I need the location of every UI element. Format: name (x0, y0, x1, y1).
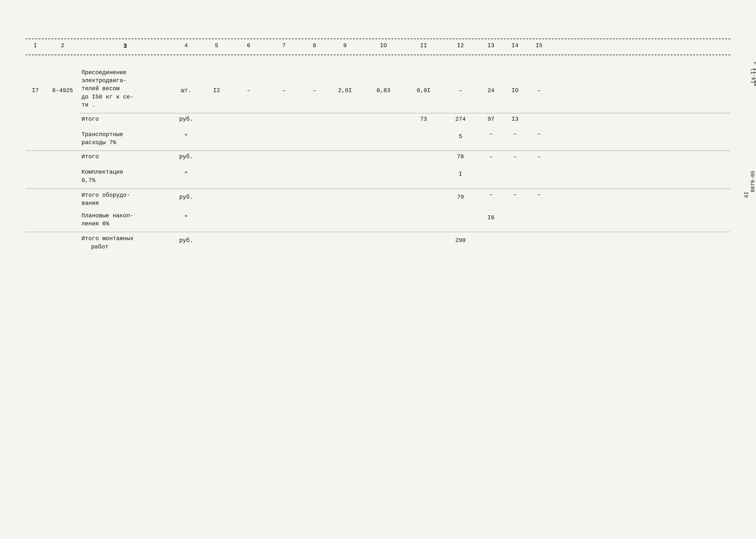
col-header-9: 9 (327, 42, 363, 49)
cell-itogo2-unit: руб. (170, 153, 202, 161)
cell-itogo1-c2 (45, 115, 80, 116)
side-label-3: 6I (744, 192, 750, 198)
col-header-11: II (404, 42, 443, 49)
cell-itogo1-c12: 274 (443, 115, 478, 123)
cell-itogoob-c15: – (526, 191, 552, 198)
cell-row1-c8: – (302, 68, 327, 94)
cell-itogoob-unit: руб. (170, 191, 202, 201)
col-header-3: 3 (80, 42, 170, 50)
cell-itogomont-unit: руб. (170, 234, 202, 244)
cell-itogo2-c13: – (478, 153, 504, 161)
cell-itogo1-c13: 97 (478, 115, 504, 123)
cell-transport-c11 (404, 130, 443, 131)
cell-itogomont-c11 (404, 234, 443, 235)
cell-itogo2-c2 (45, 153, 80, 154)
cell-plan-c2 (45, 211, 80, 212)
cell-row1-desc: Присоединение электродвига- телей весом … (80, 68, 170, 110)
cell-row1-c5: I2 (202, 68, 231, 94)
table-row: Комплектация 0,7% " I (26, 168, 730, 185)
cell-transport-c14: – (504, 130, 526, 138)
cell-itogoob-desc: Итого оборудо- вания (80, 191, 170, 208)
cell-transport-c13: – (478, 130, 504, 138)
cell-itogomont-c12: 290 (443, 234, 478, 244)
table-row: Транспортные расходы 7% " 5 – – – (26, 130, 730, 147)
cell-kompl-c12: I (443, 168, 478, 178)
cell-itogomont-c13 (478, 234, 504, 235)
cell-itogo1-c7 (266, 115, 302, 116)
cell-plan-unit: " (170, 211, 202, 221)
cell-transport-desc: Транспортные расходы 7% (80, 130, 170, 147)
cell-kompl-c11 (404, 168, 443, 169)
col-header-12: I2 (443, 42, 478, 49)
cell-kompl-c2 (45, 168, 80, 169)
cell-itogoob-c2 (45, 191, 80, 192)
cell-row1-unit: шт. (170, 68, 202, 94)
cell-itogo1-c8 (302, 115, 327, 116)
cell-itogomont-c6 (231, 234, 266, 235)
col-header-10: IO (363, 42, 404, 49)
cell-kompl-c1 (26, 168, 45, 169)
cell-itogo2-c9 (327, 153, 363, 154)
cell-plan-c11 (404, 211, 443, 212)
cell-row1-c14: IO (504, 68, 526, 94)
col-header-8: 8 (302, 42, 327, 49)
separator-1 (80, 113, 730, 113)
separator-4 (26, 232, 730, 232)
col-header-4: 4 (170, 42, 202, 49)
col-header-2: 2 (45, 42, 80, 49)
cell-plan-c10 (363, 211, 404, 212)
cell-plan-c12 (443, 211, 478, 212)
cell-itogo2-c10 (363, 153, 404, 154)
cell-itogoob-c7 (266, 191, 302, 192)
table-row: Итого монтажных работ руб. 290 (26, 234, 730, 251)
cell-transport-c1 (26, 130, 45, 131)
cell-itogoob-c10 (363, 191, 404, 192)
cell-kompl-c10 (363, 168, 404, 169)
cell-transport-c2 (45, 130, 80, 131)
col-header-13: I3 (478, 42, 504, 49)
cell-plan-c6 (231, 211, 266, 212)
separator-2 (26, 151, 730, 151)
cell-kompl-c7 (266, 168, 302, 169)
cell-kompl-c13 (478, 168, 504, 169)
cell-itogo1-c6 (231, 115, 266, 116)
cell-transport-c9 (327, 130, 363, 131)
table-row: Итого руб. 73 274 97 I3 80I-II-3 (26, 115, 730, 127)
cell-kompl-unit: " (170, 168, 202, 178)
cell-transport-c10 (363, 130, 404, 131)
cell-transport-c6 (231, 130, 266, 131)
cell-row1-c13: 24 (478, 68, 504, 94)
cell-itogomont-c7 (266, 234, 302, 235)
cell-plan-c14 (504, 211, 526, 212)
cell-itogo2-c11 (404, 153, 443, 154)
cell-plan-c5 (202, 211, 231, 212)
cell-row1-c15: – (526, 68, 552, 94)
cell-itogoob-c9 (327, 191, 363, 192)
cell-itogoob-c12: 79 (443, 191, 478, 201)
separator-3 (26, 189, 730, 189)
cell-itogomont-c8 (302, 234, 327, 235)
cell-itogomont-desc: Итого монтажных работ (80, 234, 170, 251)
cell-row1-c10: 0,83 (363, 68, 404, 94)
cell-itogoob-c6 (231, 191, 266, 192)
cell-kompl-c6 (231, 168, 266, 169)
cell-itogomont-c1 (26, 234, 45, 235)
cell-plan-c15 (526, 211, 552, 212)
cell-plan-c8 (302, 211, 327, 212)
cell-itogo2-c15: – (526, 153, 552, 161)
col-header-6: 6 (231, 42, 266, 49)
cell-itogo1-c10 (363, 115, 404, 116)
cell-itogo1-c11: 73 (404, 115, 443, 123)
cell-itogo1-c1 (26, 115, 45, 116)
cell-kompl-c9 (327, 168, 363, 169)
cell-kompl-desc: Комплектация 0,7% (80, 168, 170, 185)
cell-itogomont-c10 (363, 234, 404, 235)
cell-itogoob-c14: – (504, 191, 526, 198)
table-row: Итого оборудо- вания руб. 79 – – – 8079-… (26, 191, 730, 208)
cell-itogo2-c7 (266, 153, 302, 154)
cell-plan-c1 (26, 211, 45, 212)
cell-transport-c12: 5 (443, 130, 478, 140)
col-header-15: I5 (526, 42, 552, 49)
table-row: I7 8-4925 Присоединение электродвига- те… (26, 68, 730, 110)
cell-row1-c2: 8-4925 (45, 68, 80, 94)
